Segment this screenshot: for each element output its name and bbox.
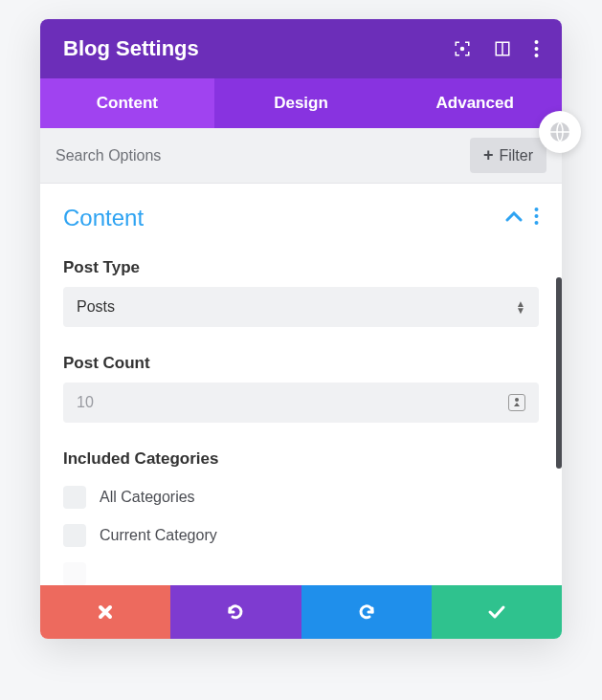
- post-type-value: Posts: [77, 298, 115, 316]
- svg-point-7: [535, 214, 539, 218]
- svg-point-3: [535, 40, 539, 44]
- expand-icon[interactable]: [454, 40, 471, 57]
- svg-point-9: [515, 398, 519, 402]
- collapse-icon[interactable]: [505, 209, 523, 227]
- post-type-select[interactable]: Posts ▲▼: [63, 287, 539, 327]
- cancel-button[interactable]: [40, 585, 170, 639]
- more-icon[interactable]: [534, 40, 539, 57]
- post-type-label: Post Type: [63, 258, 539, 277]
- section-menu-icon[interactable]: [534, 208, 539, 229]
- post-count-input[interactable]: 10: [77, 394, 508, 411]
- svg-point-5: [535, 54, 539, 57]
- scrollbar[interactable]: [556, 277, 562, 469]
- stepper-icon[interactable]: [508, 394, 525, 411]
- search-options-input[interactable]: Search Options: [56, 147, 470, 164]
- all-categories-label: All Categories: [100, 489, 195, 506]
- post-count-input-wrapper[interactable]: 10: [63, 383, 539, 423]
- section-title[interactable]: Content: [63, 205, 144, 231]
- svg-point-8: [535, 221, 539, 225]
- category-checkbox-more[interactable]: [63, 562, 86, 585]
- filter-label: Filter: [499, 147, 533, 164]
- globe-icon[interactable]: [539, 111, 581, 153]
- layout-icon[interactable]: [494, 40, 511, 57]
- svg-point-4: [535, 47, 539, 51]
- plus-icon: +: [483, 145, 494, 165]
- svg-point-6: [535, 208, 539, 211]
- post-count-label: Post Count: [63, 354, 539, 373]
- modal-title: Blog Settings: [63, 36, 199, 61]
- all-categories-checkbox[interactable]: [63, 486, 86, 509]
- undo-button[interactable]: [170, 585, 301, 639]
- redo-button[interactable]: [301, 585, 432, 639]
- current-category-checkbox[interactable]: [63, 524, 86, 547]
- save-button[interactable]: [432, 585, 562, 639]
- current-category-label: Current Category: [100, 527, 217, 544]
- svg-point-0: [461, 48, 464, 51]
- select-arrows-icon: ▲▼: [516, 300, 525, 314]
- tab-advanced[interactable]: Advanced: [388, 78, 562, 128]
- tab-design[interactable]: Design: [214, 78, 389, 128]
- included-categories-label: Included Categories: [63, 449, 539, 469]
- tab-content[interactable]: Content: [40, 78, 214, 128]
- filter-button[interactable]: + Filter: [470, 138, 546, 173]
